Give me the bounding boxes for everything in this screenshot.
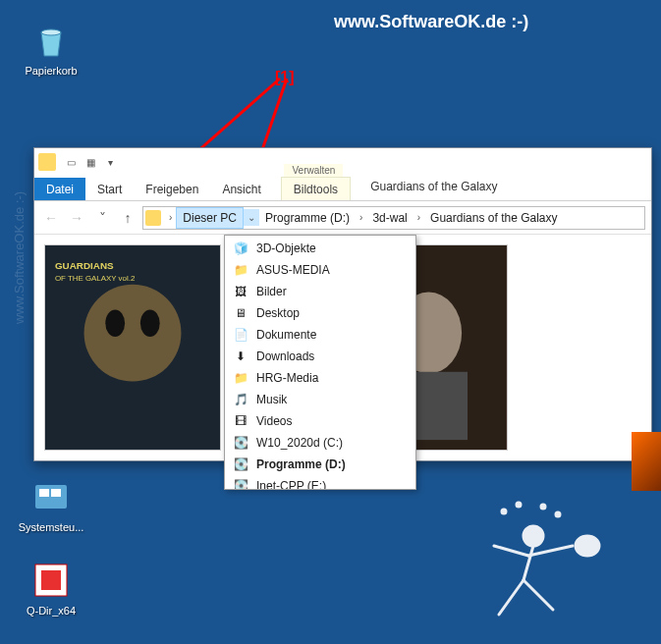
recyclebin-label: Papierkorb — [12, 65, 90, 77]
drive-icon: 💽 — [233, 435, 248, 451]
dropdown-item[interactable]: ⬇Downloads — [225, 346, 415, 367]
dropdown-item-label: Desktop — [256, 306, 300, 320]
recyclebin-icon — [30, 20, 72, 61]
folder-icon: 📁 — [233, 262, 248, 278]
breadcrumb-folder2[interactable]: Guardians of the Galaxy — [424, 208, 563, 228]
contextual-label-manage: Verwalten — [284, 164, 343, 177]
address-bar[interactable]: › Dieser PC ⌄ Programme (D:) › 3d-wal › … — [142, 206, 645, 230]
dropdown-item-label: W10_2020d (C:) — [256, 436, 343, 450]
breadcrumb-chevron[interactable]: › — [356, 209, 366, 226]
dropdown-item[interactable]: 📄Dokumente — [225, 324, 415, 346]
svg-point-28 — [541, 505, 545, 509]
svg-line-23 — [494, 546, 528, 556]
folder-icon: 📁 — [233, 370, 248, 386]
svg-line-22 — [523, 580, 553, 610]
dropdown-item[interactable]: 💽Programme (D:) — [225, 454, 415, 475]
dropdown-item-label: Downloads — [256, 349, 314, 363]
breadcrumb-folder1[interactable]: 3d-wal — [366, 208, 413, 228]
tab-file[interactable]: Datei — [34, 178, 85, 200]
desktop-icon-qdir[interactable]: Q-Dir_x64 — [12, 560, 90, 617]
dropdown-item-label: HRG-Media — [256, 371, 318, 385]
qdir-label: Q-Dir_x64 — [12, 605, 90, 617]
tab-view[interactable]: Ansicht — [210, 178, 272, 200]
dropdown-item[interactable]: 💽Inet-CPP (E:) — [225, 475, 415, 490]
svg-point-11 — [140, 309, 160, 337]
drive-icon: 💽 — [233, 478, 248, 490]
partial-thumbnail[interactable] — [632, 432, 661, 491]
dropdown-item[interactable]: 🎞Videos — [225, 410, 415, 432]
drive-icon: 💽 — [233, 456, 248, 472]
nav-back-button[interactable]: ← — [40, 207, 62, 229]
svg-line-20 — [523, 546, 533, 580]
controlpanel-icon — [30, 476, 72, 517]
svg-point-2 — [41, 29, 61, 35]
dropdown-item-label: Inet-CPP (E:) — [256, 479, 326, 490]
pictures-icon: 🖼 — [233, 284, 248, 299]
svg-text:OF THE GALAXY vol.2: OF THE GALAXY vol.2 — [55, 274, 135, 283]
dropdown-item[interactable]: 📁HRG-Media — [225, 367, 415, 389]
dropdown-item[interactable]: 🖼Bilder — [225, 281, 415, 302]
explorer-window: ▭ ▦ ▾ Datei Start Freigeben Ansicht Verw… — [33, 147, 652, 461]
svg-point-19 — [523, 526, 543, 546]
image-thumbnail[interactable]: GUARDIANS OF THE GALAXY vol.2 — [44, 244, 221, 451]
dropdown-item-label: 3D-Objekte — [256, 242, 316, 255]
dropdown-item-label: Bilder — [256, 285, 287, 298]
window-title: Guardians of the Galaxy — [370, 180, 497, 197]
svg-line-24 — [528, 546, 573, 556]
watermark-text: www.SoftwareOK.de :-) — [334, 12, 528, 32]
svg-point-10 — [105, 309, 125, 337]
docs-icon: 📄 — [233, 327, 248, 343]
nav-forward-button[interactable]: → — [66, 207, 87, 229]
dropdown-item[interactable]: 🖥Desktop — [225, 302, 415, 324]
tab-share[interactable]: Freigeben — [134, 178, 210, 200]
svg-rect-7 — [41, 570, 61, 590]
thumbnail-placeholder: GUARDIANS OF THE GALAXY vol.2 — [45, 245, 220, 450]
controlpanel-label: Systemsteu... — [12, 521, 90, 533]
cube-icon: 🧊 — [233, 241, 248, 256]
breadcrumb-dropdown: 🧊3D-Objekte📁ASUS-MEDIA🖼Bilder🖥Desktop📄Do… — [224, 235, 416, 490]
desktop-icon-controlpanel[interactable]: Systemsteu... — [12, 476, 90, 533]
folder-icon — [38, 153, 56, 171]
breadcrumb-thispc[interactable]: Dieser PC — [176, 207, 244, 229]
dropdown-item[interactable]: 💽W10_2020d (C:) — [225, 432, 415, 454]
dropdown-item-label: Dokumente — [256, 328, 316, 342]
qat-newfolder-icon[interactable]: ▦ — [83, 155, 97, 169]
svg-point-29 — [556, 512, 560, 516]
breadcrumb-chevron[interactable]: › — [413, 209, 424, 226]
dropdown-item-label: Musik — [256, 393, 287, 406]
dropdown-item-label: Programme (D:) — [256, 457, 346, 471]
ribbon-tabs: Datei Start Freigeben Ansicht Verwalten … — [34, 176, 651, 201]
svg-point-9 — [84, 285, 182, 382]
svg-rect-5 — [51, 489, 61, 497]
nav-up-button[interactable]: ↑ — [117, 207, 138, 229]
desktop-icon: 🖥 — [233, 305, 248, 321]
dropdown-item[interactable]: 🧊3D-Objekte — [225, 238, 415, 259]
folder-icon — [145, 210, 161, 226]
svg-point-25 — [576, 536, 599, 556]
watermark-doodle — [455, 497, 632, 634]
svg-point-26 — [502, 510, 506, 513]
downloads-icon: ⬇ — [233, 349, 248, 364]
svg-line-21 — [499, 580, 523, 615]
annotation-label: [1] — [275, 69, 295, 86]
qat-properties-icon[interactable]: ▭ — [64, 155, 78, 169]
svg-point-27 — [517, 503, 521, 507]
desktop-icon-recyclebin[interactable]: Papierkorb — [12, 20, 90, 77]
svg-rect-4 — [39, 489, 49, 497]
breadcrumb-root-chevron[interactable]: › — [165, 209, 176, 226]
qat-chevron-icon[interactable]: ▾ — [103, 155, 117, 169]
dropdown-item[interactable]: 🎵Musik — [225, 389, 415, 410]
svg-text:GUARDIANS: GUARDIANS — [55, 260, 114, 271]
breadcrumb-chevron[interactable]: ⌄ — [244, 209, 259, 226]
tab-home[interactable]: Start — [85, 178, 134, 200]
qdir-icon — [30, 560, 72, 601]
tab-picturetools[interactable]: Bildtools — [281, 177, 351, 200]
nav-history-dropdown[interactable]: ˅ — [91, 207, 113, 229]
nav-toolbar: ← → ˅ ↑ › Dieser PC ⌄ Programme (D:) › 3… — [34, 201, 651, 235]
dropdown-item-label: ASUS-MEDIA — [256, 263, 330, 277]
quick-access-toolbar: ▭ ▦ ▾ — [64, 155, 117, 169]
music-icon: 🎵 — [233, 392, 248, 407]
dropdown-item-label: Videos — [256, 414, 292, 428]
breadcrumb-drive[interactable]: Programme (D:) — [259, 208, 356, 228]
dropdown-item[interactable]: 📁ASUS-MEDIA — [225, 259, 415, 281]
